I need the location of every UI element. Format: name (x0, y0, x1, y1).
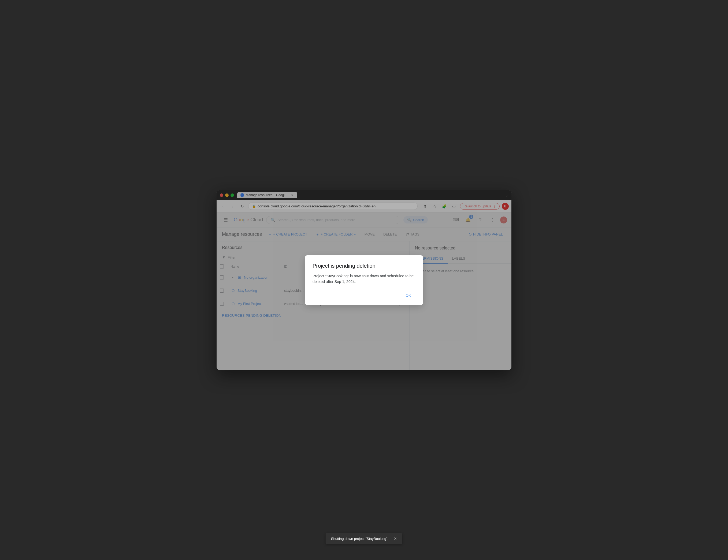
dialog-title: Project is pending deletion (313, 263, 415, 269)
dialog: Project is pending deletion Project "Sta… (305, 256, 423, 305)
dialog-body: Project "StayBooking" is now shut down a… (313, 273, 415, 284)
dialog-overlay: Project is pending deletion Project "Sta… (217, 190, 511, 370)
dialog-ok-button[interactable]: OK (401, 291, 415, 299)
dialog-actions: OK (313, 291, 415, 299)
